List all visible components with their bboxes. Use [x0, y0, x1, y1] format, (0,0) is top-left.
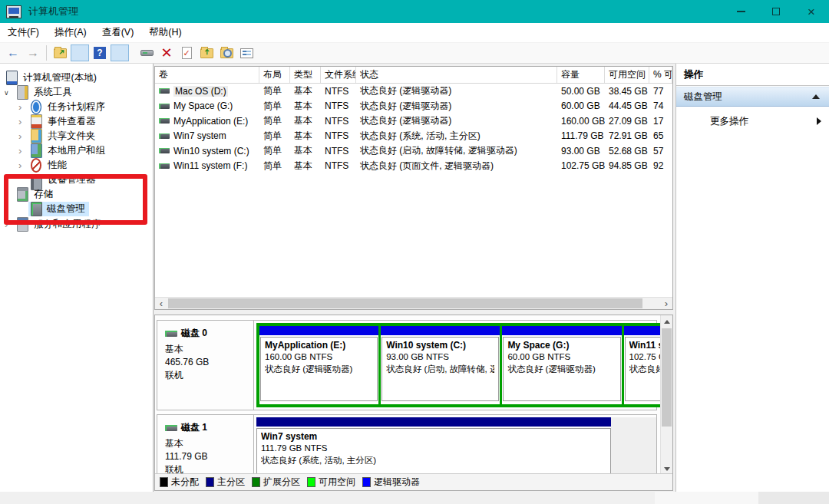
tree-item-device-manager[interactable]: 设备管理器 [0, 173, 152, 187]
tree-item-shared-folders[interactable]: › 共享文件夹 [0, 129, 152, 143]
menu-file[interactable]: 文件(F) [0, 26, 47, 39]
vertical-scrollbar[interactable] [660, 315, 672, 475]
partition-my-space[interactable]: My Space (G:) 60.00 GB NTFS 状态良好 (逻辑驱动器) [502, 326, 621, 404]
column-header-filesystem[interactable]: 文件系统 [321, 67, 356, 83]
tree-item-storage[interactable]: ∨ 存储 [0, 187, 152, 202]
column-header-capacity[interactable]: 容量 [557, 67, 605, 83]
minimize-button[interactable] [723, 0, 758, 23]
properties-list-button[interactable] [237, 44, 256, 61]
tree-item-local-users-groups[interactable]: › 本地用户和组 [0, 143, 152, 158]
chevron-right-icon[interactable]: › [18, 158, 21, 173]
menu-view[interactable]: 查看(V) [94, 26, 142, 39]
back-button[interactable]: ← [4, 44, 22, 61]
column-header-volume[interactable]: 卷 [155, 67, 259, 83]
disk-icon [165, 425, 177, 431]
logical-drive-bar [502, 326, 621, 335]
extended-partition-container: MyApplication (E:) 160.00 GB NTFS 状态良好 (… [256, 323, 673, 407]
window-title: 计算机管理 [28, 5, 78, 18]
disk-kind: 基本 [165, 343, 253, 356]
chevron-right-icon[interactable]: › [5, 217, 8, 232]
disk-kind: 基本 [165, 437, 253, 450]
partition-status: 状态良好 (启动, 故障转储, 逻辑驱动器) [386, 363, 494, 375]
export-folder-button[interactable] [197, 44, 216, 61]
disk-0-label[interactable]: 磁盘 0 基本 465.76 GB 联机 [157, 321, 254, 410]
menu-bar: 文件(F) 操作(A) 查看(V) 帮助(H) [0, 23, 829, 43]
tree-item-computer-management[interactable]: 计算机管理(本地) [0, 71, 152, 85]
computer-management-window: 计算机管理 × 文件(F) 操作(A) 查看(V) 帮助(H) ← → ? ✕ … [0, 0, 829, 504]
volume-name: My Space (G:) [173, 100, 233, 111]
table-row[interactable]: MyApplication (E:) 简单 基本 NTFS 状态良好 (逻辑驱动… [155, 114, 672, 129]
volume-icon [159, 118, 170, 124]
partition-size: 111.79 GB NTFS [261, 442, 606, 454]
chevron-right-icon[interactable]: › [18, 129, 21, 143]
table-row[interactable]: Win7 system 简单 基本 NTFS 状态良好 (系统, 活动, 主分区… [155, 129, 672, 144]
show-console-tree-button[interactable] [71, 44, 89, 61]
scrollbar-thumb[interactable] [662, 328, 672, 427]
column-header-percent-free[interactable]: % 可用 [649, 67, 672, 83]
column-header-free-space[interactable]: 可用空间 [605, 67, 649, 83]
table-row[interactable]: Win11 system (F:) 简单 基本 NTFS 状态良好 (页面文件,… [155, 159, 672, 174]
partition-status: 状态良好 (逻辑驱动器) [265, 363, 373, 375]
tree-item-label: 设备管理器 [48, 173, 96, 187]
disk-management-section-bar[interactable]: 磁盘管理 [676, 87, 829, 107]
collapse-arrow-icon[interactable] [812, 94, 820, 99]
chevron-down-icon[interactable]: ∨ [4, 187, 9, 202]
scroll-left-arrow[interactable]: ‹ [155, 298, 167, 309]
tree-item-label: 本地用户和组 [48, 143, 105, 158]
tree-item-event-viewer[interactable]: › 事件查看器 [0, 114, 152, 129]
partition-myapplication[interactable]: MyApplication (E:) 160.00 GB NTFS 状态良好 (… [259, 326, 378, 404]
tree-item-disk-management[interactable]: 磁盘管理 [0, 202, 152, 216]
volume-icon [159, 104, 170, 109]
volume-name: Win11 system (F:) [173, 160, 247, 171]
maximize-button[interactable] [758, 0, 794, 23]
clock-icon [31, 100, 41, 114]
taskbar-segment [758, 492, 829, 504]
legend-swatch [362, 477, 371, 487]
toolbar-separator [46, 45, 47, 61]
column-header-layout[interactable]: 布局 [259, 67, 290, 83]
table-row[interactable]: Win10 system (C:) 简单 基本 NTFS 状态良好 (启动, 故… [155, 143, 672, 159]
horizontal-scrollbar[interactable]: ‹ › [155, 297, 672, 309]
logical-drive-bar [259, 326, 378, 335]
tree-item-system-tools[interactable]: ∨ 系统工具 [0, 85, 152, 100]
title-bar: 计算机管理 × [0, 0, 829, 23]
chevron-right-icon[interactable]: › [18, 100, 21, 114]
menu-help[interactable]: 帮助(H) [141, 26, 189, 39]
partition-legend: 未分配 主分区 扩展分区 可用空间 逻辑驱动器 [155, 473, 672, 490]
forward-button[interactable]: → [24, 44, 42, 61]
scroll-up-arrow[interactable] [661, 315, 672, 328]
chevron-right-icon[interactable]: › [18, 114, 21, 129]
chevron-right-icon[interactable]: › [18, 143, 21, 158]
taskbar-strip [0, 492, 829, 504]
chevron-down-icon[interactable]: ∨ [4, 85, 9, 100]
scrollbar-thumb[interactable] [168, 298, 642, 308]
back-arrow-icon: ← [7, 46, 19, 60]
volume-icon [159, 88, 170, 94]
volume-table-header: 卷 布局 类型 文件系统 状态 容量 可用空间 % 可用 [155, 67, 672, 84]
menu-action[interactable]: 操作(A) [47, 26, 94, 39]
disk-name: 磁盘 1 [181, 421, 207, 434]
show-action-pane-button[interactable] [111, 44, 129, 61]
check-document-button[interactable]: ✓ [177, 44, 196, 61]
remote-device-button[interactable] [137, 44, 156, 61]
table-row[interactable]: Mac OS (D:) 简单 基本 NTFS 状态良好 (逻辑驱动器) 50.0… [155, 84, 672, 99]
column-header-status[interactable]: 状态 [356, 67, 557, 83]
tree-item-label: 服务和应用程序 [34, 217, 101, 232]
tree-item-label: 磁盘管理 [47, 202, 85, 216]
tree-item-task-scheduler[interactable]: › 任务计划程序 [0, 100, 152, 114]
delete-x-icon: ✕ [160, 46, 172, 60]
find-folder-button[interactable] [217, 44, 236, 61]
table-row[interactable]: My Space (G:) 简单 基本 NTFS 状态良好 (逻辑驱动器) 60… [155, 99, 672, 114]
tree-item-services-applications[interactable]: › 服务和应用程序 [0, 217, 152, 232]
column-header-type[interactable]: 类型 [290, 67, 321, 83]
scroll-right-arrow[interactable]: › [660, 298, 672, 309]
close-button[interactable]: × [794, 0, 829, 23]
partition-win10-system[interactable]: Win10 system (C:) 93.00 GB NTFS 状态良好 (启动… [381, 326, 500, 404]
up-folder-button[interactable] [51, 44, 69, 61]
delete-button[interactable]: ✕ [157, 44, 176, 61]
more-actions-item[interactable]: 更多操作 [676, 111, 829, 131]
tree-item-performance[interactable]: › 性能 [0, 158, 152, 173]
actions-pane-title: 操作 [676, 64, 829, 86]
help-button[interactable]: ? [91, 44, 109, 61]
volume-icon [159, 133, 170, 139]
